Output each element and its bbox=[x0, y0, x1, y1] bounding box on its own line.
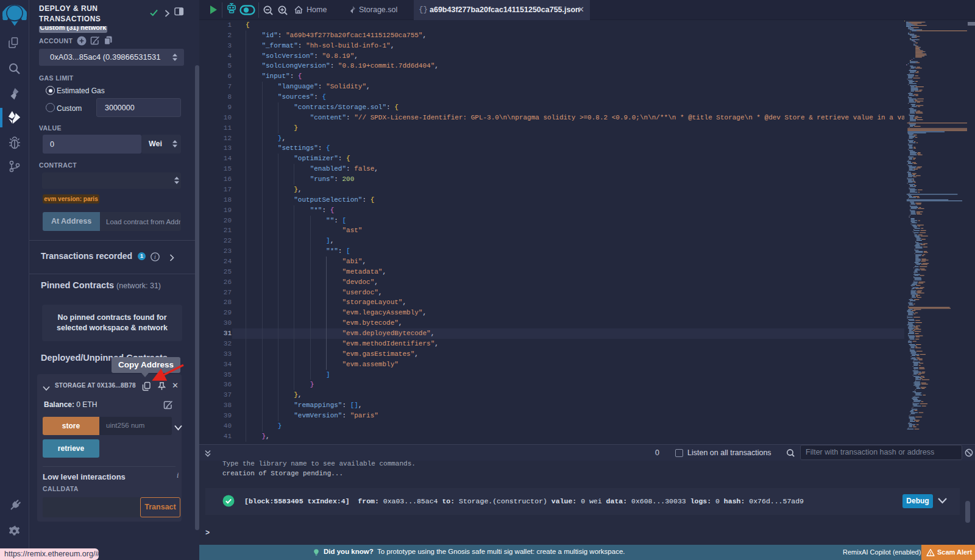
svg-text:i: i bbox=[154, 253, 156, 260]
svg-text:i: i bbox=[177, 471, 179, 480]
